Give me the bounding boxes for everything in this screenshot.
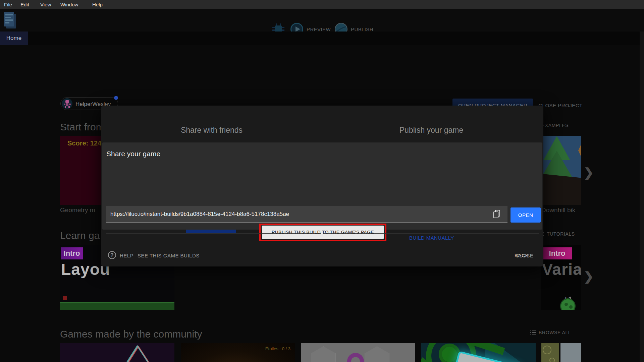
tutorials-label: TUTORIALS bbox=[547, 231, 575, 237]
community-thumb-abstract-teal[interactable] bbox=[421, 343, 536, 362]
close-dialog-button[interactable]: CLOSE bbox=[516, 253, 533, 258]
example-label-geometry: Geometry m bbox=[60, 206, 95, 214]
notification-dot bbox=[114, 96, 118, 100]
bubble-outline bbox=[549, 358, 555, 362]
build-manually-link[interactable]: BUILD MANUALLY bbox=[409, 235, 454, 241]
example-label-downhill: Downhill bik bbox=[541, 206, 575, 214]
close-project-button[interactable]: CLOSE PROJECT bbox=[537, 99, 584, 112]
hexagon-tile bbox=[311, 346, 336, 362]
enemy-dot bbox=[63, 296, 67, 300]
tab-home[interactable]: Home bbox=[0, 32, 28, 45]
tutorials-link[interactable]: TUTORIALS bbox=[538, 231, 575, 237]
tab-bar: Home bbox=[0, 32, 644, 45]
hexagon-tile bbox=[365, 346, 389, 362]
build-url-input[interactable] bbox=[110, 206, 486, 222]
scrollbar-track[interactable] bbox=[640, 32, 644, 362]
tutorial-title: Variab bbox=[542, 260, 581, 279]
app-window: File Edit View Window Help PREVIEW PUBLI… bbox=[0, 0, 644, 362]
tab-divider bbox=[322, 114, 322, 142]
community-row: Étoiles : 0 / 3 bbox=[60, 343, 581, 362]
avatar bbox=[62, 98, 72, 109]
share-dialog: Share with friends Publish your game Sha… bbox=[101, 106, 543, 266]
build-url-field bbox=[106, 206, 507, 223]
creature-sprite bbox=[560, 298, 576, 310]
purple-ring bbox=[347, 353, 364, 362]
sign-board: G bbox=[578, 145, 581, 156]
share-panel-title: Share your game bbox=[106, 150, 160, 158]
intro-banner: Intro bbox=[542, 247, 572, 259]
tab-publish-your-game[interactable]: Publish your game bbox=[324, 126, 539, 135]
help-button[interactable]: HELP bbox=[120, 253, 133, 258]
menu-file[interactable]: File bbox=[4, 0, 12, 9]
open-build-button[interactable]: OPEN bbox=[511, 207, 541, 223]
community-section-title: Games made by the community bbox=[60, 328, 202, 340]
see-game-builds-button[interactable]: SEE THIS GAME BUILDS bbox=[138, 253, 200, 258]
browse-all-label: BROWSE ALL bbox=[539, 330, 571, 335]
community-thumb-bubbles-strip[interactable] bbox=[541, 343, 559, 362]
tab-share-with-friends[interactable]: Share with friends bbox=[104, 126, 319, 135]
menu-edit[interactable]: Edit bbox=[20, 0, 29, 9]
stars-counter: Étoiles : 0 / 3 bbox=[265, 346, 290, 351]
learn-next-chevron-icon[interactable]: ❯ bbox=[584, 269, 594, 284]
menu-bar: File Edit View Window Help bbox=[0, 0, 644, 9]
tutorial-thumb-variables[interactable]: Intro Variab +1 bbox=[541, 245, 581, 310]
intro-banner: Intro bbox=[61, 247, 83, 259]
project-manager-icon[interactable] bbox=[4, 12, 16, 28]
tree-shape bbox=[541, 151, 573, 178]
menu-help[interactable]: Help bbox=[92, 0, 103, 9]
community-thumb-neon-shapes[interactable] bbox=[60, 343, 174, 362]
examples-next-chevron-icon[interactable]: ❯ bbox=[584, 166, 594, 180]
divider-line bbox=[323, 233, 539, 234]
menu-view[interactable]: View bbox=[40, 0, 51, 9]
menu-window[interactable]: Window bbox=[60, 0, 78, 9]
community-thumb-night-scene[interactable]: Étoiles : 0 / 3 bbox=[181, 343, 295, 362]
neon-shapes-graphic bbox=[60, 343, 174, 362]
example-thumb-downhill[interactable]: G bbox=[541, 136, 581, 205]
divider-line bbox=[106, 233, 321, 234]
column-divider bbox=[322, 230, 322, 236]
score-label: Score: 124 bbox=[67, 139, 101, 147]
browse-all-link[interactable]: BROWSE ALL bbox=[530, 330, 571, 335]
learn-section-title: Learn ga bbox=[60, 230, 100, 241]
community-thumb-hex-rings[interactable] bbox=[301, 343, 415, 362]
dialog-footer: ? HELP SEE THIS GAME BUILDS CLOSE bbox=[101, 250, 543, 260]
toolbar: PREVIEW PUBLISH bbox=[0, 9, 644, 32]
list-icon bbox=[530, 330, 536, 335]
community-thumb-dots[interactable] bbox=[560, 343, 581, 362]
share-panel: Share your game OPEN PUBLISH THIS BUILD … bbox=[102, 142, 542, 230]
ground-strip bbox=[60, 302, 174, 310]
copy-icon[interactable] bbox=[493, 210, 501, 219]
help-icon[interactable]: ? bbox=[108, 251, 116, 259]
bubble-outline bbox=[543, 346, 551, 354]
highlight-annotation: PUBLISH THIS BUILD TO THE GAME'S PAGE bbox=[259, 224, 386, 241]
publish-build-button[interactable]: PUBLISH THIS BUILD TO THE GAME'S PAGE bbox=[262, 226, 384, 239]
